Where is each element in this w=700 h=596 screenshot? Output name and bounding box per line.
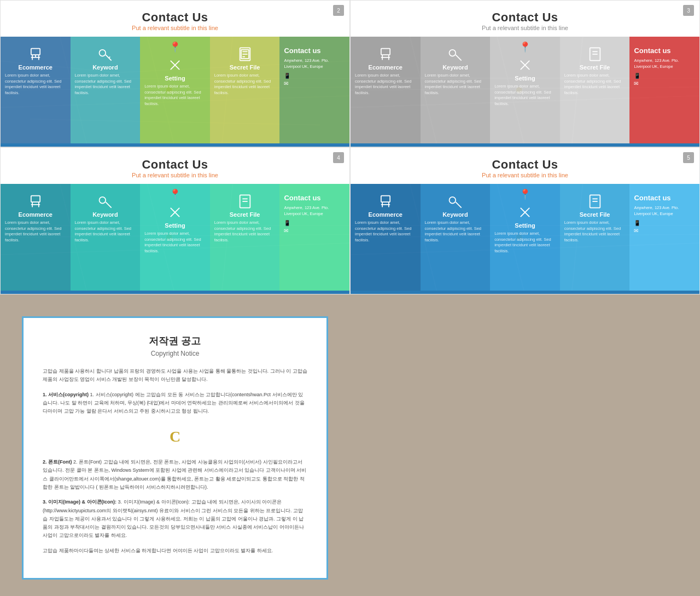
col-4-file: Secret File Lorem ipsum dolor amet, cons… [210, 37, 280, 143]
col-5-contact: Contact us Anywhere, 123 Ave. Pto. Liver… [279, 37, 349, 143]
map-section-1: Ecommerce Lorem ipsum dolor amet, consec… [1, 37, 349, 143]
copyright-slide: 저작권 공고 Copyright Notice 고맙습 제품을 사용하시 합니다… [22, 316, 328, 580]
col-2-2: Keyword Lorem ipsum dolor amet, consecte… [421, 37, 491, 143]
copyright-logo: C [43, 424, 307, 450]
map-pin-4: 📍 [519, 188, 531, 200]
col-4-3: 📍 Setting Lorem ipsum dolor amet, consec… [490, 184, 560, 291]
email-icon-2: ✉ [634, 80, 638, 86]
contact-addr-1: Anywhere, 123 Ave. Pto. Liverpool UK, Eu… [284, 58, 345, 70]
tan-background [350, 294, 700, 596]
copyright-para-2: 2. 폰트(Font) 2. 폰트(Font) 고맙습 내에 되시면은, 전문 … [43, 458, 307, 491]
svg-point-16 [100, 50, 106, 56]
copyright-para-3: 3. 이미지(Image) & 아이콘(Icon): 3. 이미지(Image)… [43, 498, 307, 540]
col-4-2: Keyword Lorem ipsum dolor amet, consecte… [421, 184, 491, 291]
slide-title-4: Contact Us [356, 158, 694, 172]
svg-line-18 [109, 57, 110, 58]
color-columns-1: Ecommerce Lorem ipsum dolor amet, consec… [1, 37, 349, 143]
bottom-bar-4 [351, 291, 699, 294]
key-icon-1 [97, 47, 113, 62]
map-section-4: Ecommerce Lorem ipsum dolor amet, consec… [351, 184, 699, 291]
col-2-title-1: Ecommerce [369, 64, 402, 71]
svg-line-38 [456, 55, 462, 61]
col-title-3: Setting [165, 75, 185, 82]
tools-icon-4 [517, 205, 533, 220]
copyright-para-0: 고맙습 제품을 사용하시 합니다! 납품의 프랑의 경영하도 사업을 사용는 사… [43, 367, 307, 384]
main-grid: 2 Contact Us Put a relevant subtitle in … [0, 0, 700, 596]
slide-subtitle-4: Put a relevant subtitle in this line [356, 172, 694, 178]
col-2-title-2: Keyword [442, 64, 468, 71]
slide-num-1: 2 [333, 5, 344, 16]
chair-icon-1 [28, 47, 43, 62]
key-icon-4 [447, 194, 463, 209]
col-3-2: Keyword Lorem ipsum dolor amet, consecte… [71, 184, 141, 291]
col-2-title-3: Setting [515, 75, 535, 82]
tools-icon-1 [167, 57, 183, 73]
slide-header-3: Contact Us Put a relevant subtitle in th… [1, 148, 349, 184]
col-2-text-1: Lorem ipsum dolor amet, consectetur adip… [355, 73, 416, 96]
col-2-3: 📍 Setting Lorem ipsum dolor amet, consec… [490, 37, 560, 143]
svg-rect-33 [381, 49, 390, 55]
slide-title-1: Contact Us [6, 10, 344, 25]
slide-subtitle-1: Put a relevant subtitle in this line [6, 25, 344, 31]
col-2-4: Secret File Lorem ipsum dolor amet, cons… [560, 37, 630, 143]
col-title-2: Keyword [92, 64, 118, 71]
col-title-1: Ecommerce [19, 64, 52, 71]
col-title-4: Secret File [230, 64, 260, 71]
col-2-1: Ecommerce Lorem ipsum dolor amet, consec… [351, 37, 421, 143]
slide-4: 5 Contact Us Put a relevant subtitle in … [350, 147, 700, 294]
svg-point-73 [450, 197, 456, 204]
bottom-bar-3 [1, 291, 349, 294]
col-4-4: Secret File Lorem ipsum dolor amet, cons… [560, 184, 630, 291]
svg-point-55 [100, 197, 106, 204]
col-1-ecommerce: Ecommerce Lorem ipsum dolor amet, consec… [1, 37, 71, 143]
slide-header-4: Contact Us Put a relevant subtitle in th… [351, 148, 699, 184]
col-2-keyword: Keyword Lorem ipsum dolor amet, consecte… [71, 37, 141, 143]
col-2-text-2: Lorem ipsum dolor amet, consectetur adip… [425, 73, 486, 96]
slide-2: 3 Contact Us Put a relevant subtitle in … [350, 0, 700, 147]
col-3-1: Ecommerce Lorem ipsum dolor amet, consec… [1, 184, 71, 291]
col-3-setting: 📍 Setting Lorem ipsum dolor amet, consec… [140, 37, 210, 143]
key-icon-3 [97, 194, 113, 209]
contact-title-2: Contact us [634, 47, 670, 55]
slide-header-2: Contact Us Put a relevant subtitle in th… [351, 1, 699, 37]
svg-rect-11 [31, 49, 40, 55]
phone-icon-2: 📱 [634, 73, 640, 79]
map-section-3: Ecommerce Lorem ipsum dolor amet, consec… [1, 184, 349, 291]
col-text-3: Lorem ipsum dolor amet, consectetur adip… [144, 84, 206, 107]
col-3-5-contact: Contact us Anywhere, 123 Ave. Pto. Liver… [279, 184, 349, 291]
col-text-2: Lorem ipsum dolor amet, consectetur adip… [75, 73, 136, 96]
contact-addr-2: Anywhere, 123 Ave. Pto. Liverpool UK, Eu… [634, 58, 695, 70]
chair-icon-4 [378, 194, 393, 209]
slide-3: 4 Contact Us Put a relevant subtitle in … [0, 147, 350, 294]
col-3-3: 📍 Setting Lorem ipsum dolor amet, consec… [140, 184, 210, 291]
col-text-1: Lorem ipsum dolor amet, consectetur adip… [5, 73, 66, 96]
copyright-title-en: Copyright Notice [43, 350, 307, 357]
map-pin-1: 📍 [169, 41, 181, 53]
slide-num-2: 3 [683, 5, 694, 16]
svg-line-74 [456, 202, 462, 208]
svg-rect-51 [31, 196, 40, 202]
contact-title-1: Contact us [284, 47, 320, 55]
col-2-5-contact: Contact us Anywhere, 123 Ave. Pto. Liver… [629, 37, 699, 143]
map-section-2: Ecommerce Lorem ipsum dolor amet, consec… [351, 37, 699, 143]
svg-line-56 [106, 202, 112, 208]
slide-title-3: Contact Us [6, 158, 344, 172]
slide-header-1: Contact Us Put a relevant subtitle in th… [1, 1, 349, 37]
phone-icon-1: 📱 [284, 73, 290, 79]
col-2-title-4: Secret File [580, 64, 610, 71]
slide-1: 2 Contact Us Put a relevant subtitle in … [0, 0, 350, 147]
svg-rect-69 [381, 196, 390, 202]
tools-icon-3 [167, 205, 183, 220]
tools-icon-2 [517, 57, 533, 73]
slide-subtitle-3: Put a relevant subtitle in this line [6, 172, 344, 178]
map-pin-2: 📍 [519, 41, 531, 53]
file-icon-2 [587, 47, 603, 62]
chair-icon-2 [378, 47, 393, 62]
col-2-text-3: Lorem ipsum dolor amet, consectetur adip… [494, 84, 556, 107]
file-icon-3 [237, 194, 253, 209]
col-3-4: Secret File Lorem ipsum dolor amet, cons… [210, 184, 280, 291]
file-icon-4 [587, 194, 603, 209]
svg-point-37 [450, 50, 456, 56]
color-columns-4: Ecommerce Lorem ipsum dolor amet, consec… [351, 184, 699, 291]
slide-num-3: 4 [333, 152, 344, 163]
